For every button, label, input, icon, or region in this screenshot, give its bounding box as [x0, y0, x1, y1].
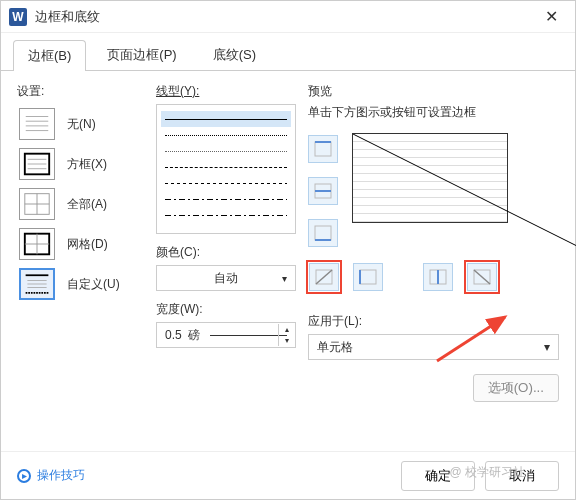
linestyle-label: 线型(Y):: [156, 83, 304, 100]
setting-box[interactable]: 方框(X): [17, 144, 152, 184]
svg-rect-19: [315, 142, 331, 156]
tips-icon: ▸: [17, 469, 31, 483]
box-icon: [19, 148, 55, 180]
setting-all[interactable]: 全部(A): [17, 184, 152, 224]
width-label: 宽度(W):: [156, 301, 304, 318]
svg-line-27: [316, 270, 332, 284]
ok-button[interactable]: 确定: [401, 461, 475, 491]
tab-borders[interactable]: 边框(B): [13, 40, 86, 71]
grid-icon: [19, 228, 55, 260]
spin-down[interactable]: ▾: [278, 335, 294, 346]
apply-value: 单元格: [317, 339, 353, 356]
edge-hmid-button[interactable]: [308, 177, 338, 205]
linestyle-item[interactable]: [161, 143, 291, 159]
app-icon: W: [9, 8, 27, 26]
tab-page-borders[interactable]: 页面边框(P): [92, 39, 191, 70]
chevron-down-icon: ▾: [544, 340, 550, 354]
all-icon: [19, 188, 55, 220]
width-value: 0.5: [165, 328, 182, 342]
linestyle-item[interactable]: [161, 111, 291, 127]
setting-custom[interactable]: 自定义(U): [17, 264, 152, 304]
edge-diag-down-button[interactable]: [309, 263, 339, 291]
setting-none[interactable]: 无(N): [17, 104, 152, 144]
preview-label: 预览: [308, 83, 559, 100]
tabs: 边框(B) 页面边框(P) 底纹(S): [1, 33, 575, 71]
setting-label: 全部(A): [67, 196, 107, 213]
tips-link[interactable]: ▸ 操作技巧: [17, 467, 85, 484]
svg-line-25: [353, 134, 576, 284]
color-value: 自动: [214, 270, 238, 287]
color-label: 颜色(C):: [156, 244, 304, 261]
custom-icon: [19, 268, 55, 300]
settings-label: 设置:: [17, 83, 152, 100]
cancel-button[interactable]: 取消: [485, 461, 559, 491]
chevron-down-icon: ▾: [282, 273, 287, 284]
apply-label: 应用于(L):: [308, 313, 362, 330]
spin-up[interactable]: ▴: [278, 324, 294, 335]
setting-label: 方框(X): [67, 156, 107, 173]
linestyle-item[interactable]: [161, 159, 291, 175]
svg-rect-23: [315, 226, 331, 240]
setting-label: 无(N): [67, 116, 96, 133]
linestyle-item[interactable]: [161, 127, 291, 143]
linestyle-item[interactable]: [161, 207, 291, 223]
edge-bottom-button[interactable]: [308, 219, 338, 247]
none-icon: [19, 108, 55, 140]
edge-top-button[interactable]: [308, 135, 338, 163]
close-button[interactable]: ✕: [535, 5, 567, 29]
preview-diagram[interactable]: [352, 133, 508, 223]
apply-to-dropdown[interactable]: 单元格 ▾: [308, 334, 559, 360]
setting-grid[interactable]: 网格(D): [17, 224, 152, 264]
preview-hint: 单击下方图示或按钮可设置边框: [308, 104, 559, 121]
color-dropdown[interactable]: 自动 ▾: [156, 265, 296, 291]
linestyle-item[interactable]: [161, 191, 291, 207]
dialog-title: 边框和底纹: [35, 8, 535, 26]
options-button[interactable]: 选项(O)...: [473, 374, 559, 402]
setting-label: 自定义(U): [67, 276, 120, 293]
linestyle-item[interactable]: [161, 175, 291, 191]
linestyle-list[interactable]: [156, 104, 296, 234]
setting-label: 网格(D): [67, 236, 108, 253]
width-spinner[interactable]: 0.5 磅 ▴▾: [156, 322, 296, 348]
tab-shading[interactable]: 底纹(S): [198, 39, 271, 70]
